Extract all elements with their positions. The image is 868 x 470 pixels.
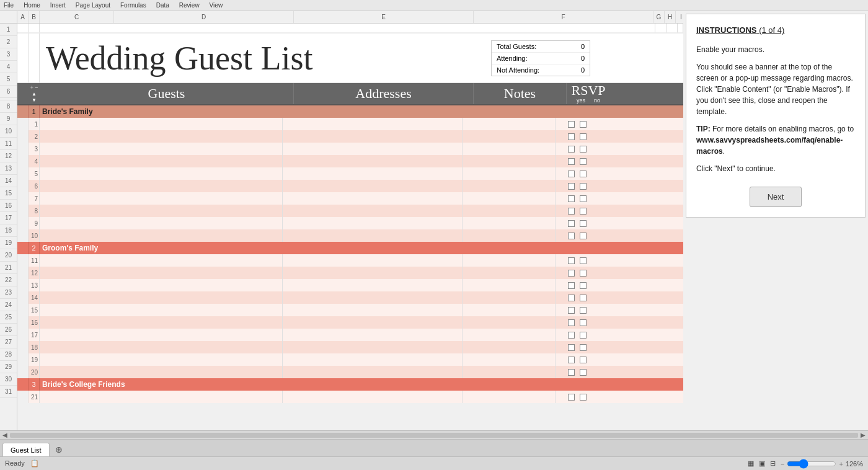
r11-guest[interactable] xyxy=(40,254,283,267)
r3-guest[interactable] xyxy=(40,143,283,155)
r1-notes[interactable] xyxy=(463,118,556,130)
r17-no-cb[interactable] xyxy=(580,332,587,339)
r18-addr[interactable] xyxy=(283,341,463,353)
up-arrow-icon[interactable]: ▲ xyxy=(32,91,37,97)
r9-guest[interactable] xyxy=(40,217,283,229)
r5-guest[interactable] xyxy=(40,167,283,180)
r19-guest[interactable] xyxy=(40,353,283,366)
r2-guest[interactable] xyxy=(40,130,283,143)
r1-no-cb[interactable] xyxy=(580,121,587,128)
r10-addr[interactable] xyxy=(283,229,463,242)
r9-notes[interactable] xyxy=(463,217,556,229)
ribbon-home[interactable]: Home xyxy=(24,2,40,9)
sort-control[interactable]: + − xyxy=(30,84,38,91)
r19-addr[interactable] xyxy=(283,353,463,366)
plus-icon[interactable]: + xyxy=(30,84,33,91)
r16-guest[interactable] xyxy=(40,316,283,329)
r15-notes[interactable] xyxy=(463,304,556,316)
r12-no-cb[interactable] xyxy=(580,270,587,277)
ribbon-view[interactable]: View xyxy=(210,2,223,9)
r7-yes-cb[interactable] xyxy=(568,195,575,202)
r1-addr[interactable] xyxy=(283,118,463,130)
r5-no-cb[interactable] xyxy=(580,171,587,177)
r15-guest[interactable] xyxy=(40,304,283,316)
r8-addr[interactable] xyxy=(283,205,463,217)
r19-yes-cb[interactable] xyxy=(568,357,575,363)
r16-no-cb[interactable] xyxy=(580,319,587,326)
r17-notes[interactable] xyxy=(463,329,556,341)
next-button[interactable]: Next xyxy=(750,187,802,207)
view-break-icon[interactable]: ⊟ xyxy=(770,459,776,468)
tab-guest-list[interactable]: Guest List xyxy=(2,443,50,456)
r18-no-cb[interactable] xyxy=(580,344,587,351)
ribbon-insert[interactable]: Insert xyxy=(50,2,66,9)
r3-notes[interactable] xyxy=(463,143,556,155)
r18-notes[interactable] xyxy=(463,341,556,353)
r16-notes[interactable] xyxy=(463,316,556,329)
r21-notes[interactable] xyxy=(463,391,556,403)
r13-yes-cb[interactable] xyxy=(568,282,575,289)
r6-no-cb[interactable] xyxy=(580,183,587,190)
r4-yes-cb[interactable] xyxy=(568,158,575,165)
r15-yes-cb[interactable] xyxy=(568,307,575,314)
r19-notes[interactable] xyxy=(463,353,556,366)
r16-yes-cb[interactable] xyxy=(568,319,575,326)
r20-yes-cb[interactable] xyxy=(568,369,575,376)
r11-notes[interactable] xyxy=(463,254,556,267)
r8-yes-cb[interactable] xyxy=(568,208,575,215)
r12-guest[interactable] xyxy=(40,267,283,279)
r13-addr[interactable] xyxy=(283,279,463,291)
r9-yes-cb[interactable] xyxy=(568,220,575,227)
r10-no-cb[interactable] xyxy=(580,233,587,239)
view-layout-icon[interactable]: ▣ xyxy=(759,459,765,468)
ribbon-review[interactable]: Review xyxy=(179,2,200,9)
zoom-slider[interactable] xyxy=(787,459,836,469)
r15-addr[interactable] xyxy=(283,304,463,316)
r6-guest[interactable] xyxy=(40,180,283,192)
r6-yes-cb[interactable] xyxy=(568,183,575,190)
r15-no-cb[interactable] xyxy=(580,307,587,314)
r16-addr[interactable] xyxy=(283,316,463,329)
r3-yes-cb[interactable] xyxy=(568,146,575,153)
r12-addr[interactable] xyxy=(283,267,463,279)
r7-notes[interactable] xyxy=(463,192,556,205)
r21-guest[interactable] xyxy=(40,391,283,403)
r19-no-cb[interactable] xyxy=(580,357,587,363)
r14-guest[interactable] xyxy=(40,291,283,304)
r4-no-cb[interactable] xyxy=(580,158,587,165)
r5-yes-cb[interactable] xyxy=(568,171,575,177)
scroll-right-arrow[interactable]: ▶ xyxy=(861,432,866,438)
zoom-in-icon[interactable]: + xyxy=(839,460,843,468)
ribbon-data[interactable]: Data xyxy=(156,2,169,9)
r13-no-cb[interactable] xyxy=(580,282,587,289)
minus-icon[interactable]: − xyxy=(35,84,38,91)
r20-guest[interactable] xyxy=(40,366,283,378)
r11-yes-cb[interactable] xyxy=(568,257,575,264)
r21-addr[interactable] xyxy=(283,391,463,403)
ribbon-page-layout[interactable]: Page Layout xyxy=(76,2,110,9)
r9-addr[interactable] xyxy=(283,217,463,229)
r4-guest[interactable] xyxy=(40,155,283,167)
r8-no-cb[interactable] xyxy=(580,208,587,215)
r8-guest[interactable] xyxy=(40,205,283,217)
r11-addr[interactable] xyxy=(283,254,463,267)
ribbon-file[interactable]: File xyxy=(4,2,14,9)
r6-notes[interactable] xyxy=(463,180,556,192)
r5-addr[interactable] xyxy=(283,167,463,180)
r9-no-cb[interactable] xyxy=(580,220,587,227)
r21-yes-cb[interactable] xyxy=(568,394,575,401)
ribbon-formulas[interactable]: Formulas xyxy=(120,2,146,9)
r1-guest[interactable] xyxy=(40,118,283,130)
r18-yes-cb[interactable] xyxy=(568,344,575,351)
r12-yes-cb[interactable] xyxy=(568,270,575,277)
r14-addr[interactable] xyxy=(283,291,463,304)
r20-no-cb[interactable] xyxy=(580,369,587,376)
r10-notes[interactable] xyxy=(463,229,556,242)
horizontal-scrollbar[interactable] xyxy=(10,433,858,438)
r7-guest[interactable] xyxy=(40,192,283,205)
r20-notes[interactable] xyxy=(463,366,556,378)
r13-notes[interactable] xyxy=(463,279,556,291)
r13-guest[interactable] xyxy=(40,279,283,291)
r17-guest[interactable] xyxy=(40,329,283,341)
r4-notes[interactable] xyxy=(463,155,556,167)
